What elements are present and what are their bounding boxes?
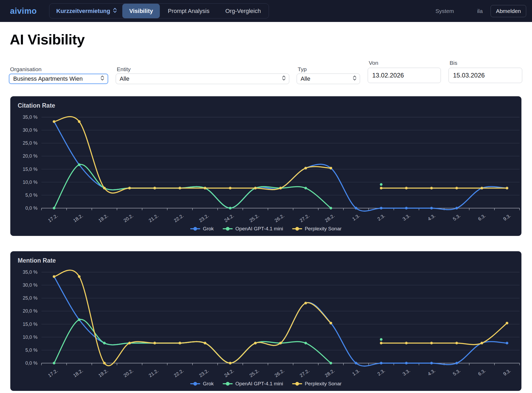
navbar: aivimo Kurzzeitvermietung Visibility Pro… xyxy=(0,0,532,22)
data-point xyxy=(304,342,307,344)
y-tick-label: 5,0 % xyxy=(25,193,38,198)
y-tick-label: 25,0 % xyxy=(23,140,38,146)
legend-label: Grok xyxy=(203,381,214,387)
legend-label: Perplexity Sonar xyxy=(305,226,342,232)
legend-label: Grok xyxy=(203,226,214,232)
plot-area: 0,0 %5,0 %10,0 %15,0 %20,0 %25,0 %30,0 %… xyxy=(23,115,520,223)
citation-rate-legend: GrokOpenAI GPT-4.1 miniPerplexity Sonar xyxy=(10,226,521,232)
citation-rate-card: 0,0 %5,0 %10,0 %15,0 %20,0 %25,0 %30,0 %… xyxy=(10,96,521,236)
data-point xyxy=(53,275,55,278)
y-tick-label: 35,0 % xyxy=(23,115,38,120)
data-point xyxy=(128,342,131,344)
x-tick-label: 4.3. xyxy=(427,368,436,377)
y-tick-label: 0,0 % xyxy=(25,205,38,211)
x-tick-label: 3.3. xyxy=(402,368,411,377)
y-tick-label: 20,0 % xyxy=(23,153,38,159)
x-tick-label: 19.2. xyxy=(97,368,109,378)
legend-label: OpenAI GPT-4.1 mini xyxy=(235,226,283,232)
legend-item[interactable]: Perplexity Sonar xyxy=(292,381,342,387)
data-point xyxy=(330,362,332,364)
x-tick-label: 1.3. xyxy=(351,213,361,222)
data-point xyxy=(103,187,106,189)
data-point xyxy=(380,183,382,186)
legend-marker-icon xyxy=(292,226,302,231)
data-point xyxy=(455,342,458,344)
x-tick-label: 9.3. xyxy=(502,368,512,377)
bis-date-input[interactable] xyxy=(449,68,522,83)
organisation-label: Organisation xyxy=(10,66,41,72)
series-Grok xyxy=(53,120,508,211)
legend-marker-icon xyxy=(190,381,200,386)
x-tick-label: 2.3. xyxy=(376,213,386,222)
legend-item[interactable]: Grok xyxy=(190,226,214,232)
y-tick-label: 25,0 % xyxy=(23,295,38,301)
legend-item[interactable]: OpenAI GPT-4.1 mini xyxy=(223,381,283,387)
typ-label: Typ xyxy=(298,66,307,72)
data-point xyxy=(380,207,382,209)
organisation-select[interactable]: Business Apartments Wien xyxy=(9,74,108,84)
typ-select[interactable]: Alle xyxy=(297,74,360,84)
nav-tab-group: Kurzzeitvermietung Visibility Prompt Ana… xyxy=(49,3,269,19)
y-tick-label: 10,0 % xyxy=(23,180,38,185)
data-point xyxy=(53,120,55,123)
org-switcher-value: Kurzzeitvermietung xyxy=(56,8,110,15)
x-tick-label: 5.3. xyxy=(452,368,461,377)
x-tick-label: 5.3. xyxy=(452,213,461,222)
data-point xyxy=(455,362,458,364)
von-date-input[interactable] xyxy=(368,68,441,83)
x-tick-label: 26.2. xyxy=(274,368,285,378)
y-tick-label: 35,0 % xyxy=(23,269,38,275)
x-tick-label: 28.2. xyxy=(324,213,335,223)
data-point xyxy=(103,342,106,344)
data-point xyxy=(480,342,483,344)
data-point xyxy=(330,322,332,325)
y-tick-label: 10,0 % xyxy=(23,335,38,340)
data-point xyxy=(153,187,156,189)
legend-item[interactable]: Grok xyxy=(190,381,214,387)
select-chevron-icon xyxy=(353,75,357,83)
entity-select[interactable]: Alle xyxy=(116,74,289,84)
tab-prompt-analysis[interactable]: Prompt Analysis xyxy=(160,4,217,18)
data-point xyxy=(480,187,483,189)
data-point xyxy=(380,187,382,189)
username: ila xyxy=(477,8,483,14)
x-tick-label: 28.2. xyxy=(324,368,335,378)
series-Perplexity Sonar xyxy=(53,117,508,193)
x-tick-label: 21.2. xyxy=(148,213,159,223)
data-point xyxy=(204,187,206,189)
data-point xyxy=(455,207,458,209)
x-tick-label: 19.2. xyxy=(97,213,109,223)
data-point xyxy=(380,338,382,341)
data-point xyxy=(330,167,332,170)
x-tick-label: 23.2. xyxy=(198,213,210,223)
y-tick-label: 5,0 % xyxy=(25,348,38,353)
mention-rate-chart: 0,0 %5,0 %10,0 %15,0 %20,0 %25,0 %30,0 %… xyxy=(10,251,521,391)
legend-item[interactable]: OpenAI GPT-4.1 mini xyxy=(223,226,283,232)
data-point xyxy=(78,120,81,123)
data-point xyxy=(229,207,231,209)
data-point xyxy=(204,342,206,344)
legend-marker-icon xyxy=(223,381,233,386)
data-point xyxy=(103,362,106,364)
data-point xyxy=(405,342,408,344)
y-tick-label: 15,0 % xyxy=(23,322,38,327)
x-tick-label: 6.3. xyxy=(477,368,487,377)
logout-button[interactable]: Abmelden xyxy=(491,5,526,17)
y-tick-label: 30,0 % xyxy=(23,282,38,288)
x-tick-label: 26.2. xyxy=(274,213,285,223)
x-tick-label: 20.2. xyxy=(123,368,134,378)
x-tick-label: 9.3. xyxy=(502,213,512,222)
legend-item[interactable]: Perplexity Sonar xyxy=(292,226,342,232)
data-point xyxy=(355,362,357,364)
page-title: AI Visibility xyxy=(10,31,85,48)
system-link[interactable]: System xyxy=(435,8,454,14)
tab-org-vergleich[interactable]: Org-Vergleich xyxy=(217,4,269,18)
navbar-right: System ila Abmelden xyxy=(435,0,526,22)
org-switcher-dropdown[interactable]: Kurzzeitvermietung xyxy=(49,4,122,18)
tab-visibility[interactable]: Visibility xyxy=(122,4,160,18)
data-point xyxy=(78,275,81,278)
data-point xyxy=(53,207,55,209)
data-point xyxy=(279,187,282,189)
data-point xyxy=(430,187,433,189)
series-Perplexity Sonar xyxy=(53,270,508,365)
